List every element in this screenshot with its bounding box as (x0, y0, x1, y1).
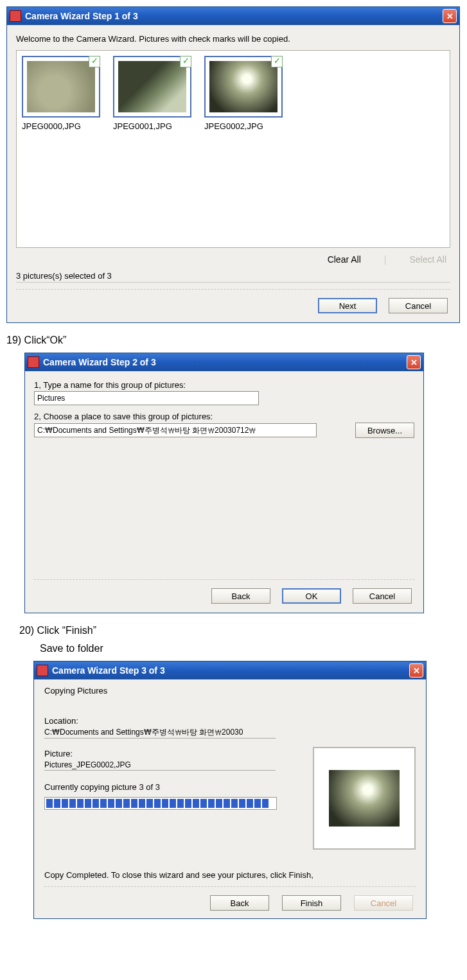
next-button[interactable]: Next (318, 298, 377, 313)
group-name-input[interactable] (34, 391, 259, 405)
thumbnail-label: JPEG0001,JPG (113, 121, 190, 131)
cancel-button: Cancel (354, 895, 413, 911)
instruction-step-20: 20) Click “Finish” (19, 625, 461, 636)
finish-button[interactable]: Finish (282, 895, 341, 911)
cancel-button[interactable]: Cancel (389, 298, 448, 313)
checkmark-icon[interactable]: ✓ (180, 56, 191, 67)
back-button[interactable]: Back (210, 895, 269, 911)
location-label: Location: (44, 716, 303, 726)
app-icon (28, 356, 39, 368)
separator (34, 579, 414, 581)
picture-field (44, 760, 276, 771)
thumbnail-image (27, 61, 95, 112)
window-title: Camera Wizard Step 1 of 3 (25, 11, 443, 21)
window-title: Camera Wizard Step 2 of 3 (43, 357, 407, 367)
camera-wizard-step3-dialog: Camera Wizard Step 3 of 3 ✕ Copying Pict… (33, 661, 427, 919)
complete-text: Copy Completed. To close this wizard and… (44, 870, 416, 880)
copying-heading: Copying Pictures (44, 686, 416, 696)
thumbnail-image (118, 61, 186, 112)
camera-wizard-step2-dialog: Camera Wizard Step 2 of 3 ✕ 1, Type a na… (24, 353, 424, 613)
thumbnail-label: JPEG0002,JPG (204, 121, 281, 131)
close-icon[interactable]: ✕ (409, 663, 423, 678)
titlebar[interactable]: Camera Wizard Step 2 of 3 ✕ (25, 353, 423, 371)
clear-all-link[interactable]: Clear All (328, 254, 361, 265)
save-path-input[interactable] (34, 423, 317, 437)
progress-bar (44, 797, 277, 810)
location-label: 2, Choose a place to save this group of … (34, 412, 414, 421)
titlebar[interactable]: Camera Wizard Step 1 of 3 ✕ (7, 7, 459, 25)
app-icon (37, 665, 48, 676)
preview-image (329, 770, 400, 827)
thumbnail-label: JPEG0000,JPG (22, 121, 99, 131)
ok-button[interactable]: OK (282, 588, 341, 604)
checkmark-icon[interactable]: ✓ (271, 56, 283, 67)
thumbnail-panel: ✓ JPEG0000,JPG ✓ JPEG0001,JPG ✓ JPEG0002… (16, 50, 450, 248)
progress-text: Currently copying picture 3 of 3 (44, 782, 303, 792)
location-field (44, 728, 276, 739)
back-button[interactable]: Back (211, 588, 270, 604)
welcome-text: Welcome to the Camera Wizard. Pictures w… (16, 34, 450, 44)
cancel-button[interactable]: Cancel (353, 588, 412, 604)
preview-frame (313, 747, 416, 850)
checkmark-icon[interactable]: ✓ (89, 56, 100, 67)
picture-label: Picture: (44, 749, 303, 758)
thumbnail-image (209, 61, 278, 112)
divider: | (384, 254, 387, 265)
close-icon[interactable]: ✕ (443, 9, 457, 23)
app-icon (10, 10, 21, 22)
separator (44, 886, 416, 888)
titlebar[interactable]: Camera Wizard Step 3 of 3 ✕ (34, 661, 426, 679)
instruction-step-20b: Save to folder (40, 643, 461, 654)
separator (16, 289, 450, 290)
thumbnail-item[interactable]: ✓ JPEG0001,JPG (113, 56, 190, 131)
select-all-link[interactable]: Select All (409, 254, 446, 265)
thumbnail-item[interactable]: ✓ JPEG0000,JPG (22, 56, 99, 131)
browse-button[interactable]: Browse... (355, 423, 414, 438)
selection-status: 3 pictures(s) selected of 3 (16, 271, 450, 283)
name-label: 1, Type a name for this group of picture… (34, 380, 414, 390)
camera-wizard-step1-dialog: Camera Wizard Step 1 of 3 ✕ Welcome to t… (6, 6, 460, 323)
instruction-step-19: 19) Click“Ok” (6, 335, 461, 346)
thumbnail-item[interactable]: ✓ JPEG0002,JPG (204, 56, 281, 131)
close-icon[interactable]: ✕ (407, 355, 421, 369)
window-title: Camera Wizard Step 3 of 3 (52, 665, 409, 676)
